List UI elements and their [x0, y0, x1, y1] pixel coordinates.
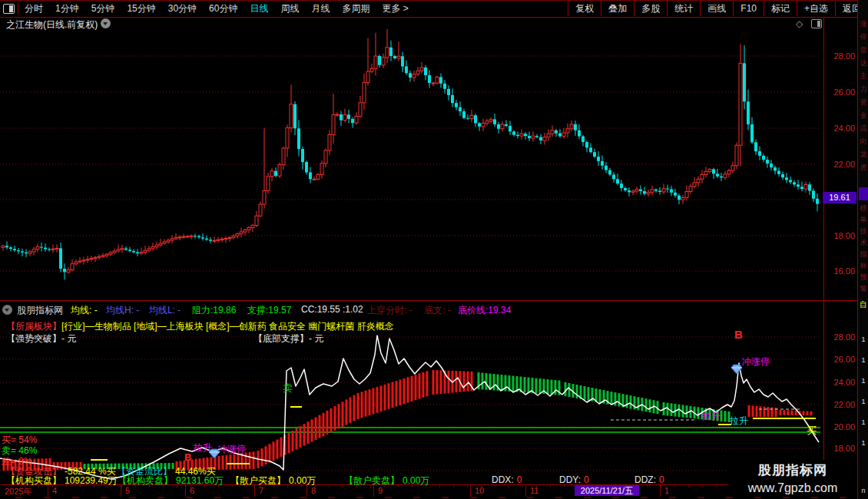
fund-item: 【散户买盘】0.00万 — [230, 474, 316, 487]
sidebar-strip-item: 达 — [860, 59, 867, 67]
board-row: 【所属板块】[行业]—生物制品 [地域]—上海板块 [概念]—创新药 食品安全 … — [6, 320, 394, 333]
sidebar-strip-item: 雷 — [860, 46, 867, 54]
timeline-tick — [470, 485, 471, 497]
clipped-mark — [72, 497, 79, 498]
clipped-mark — [840, 497, 846, 498]
clipped-mark — [44, 497, 51, 498]
fund-label: 【散户买盘】 — [230, 475, 286, 486]
timeline-minor-tick — [343, 485, 343, 487]
sidebar-strip-item: 金 — [860, 111, 867, 119]
timeline-year: 2025年 — [5, 486, 31, 497]
clipped-mark — [101, 497, 108, 498]
fund-value: 0 — [584, 474, 589, 485]
main-axis-label: 22.00 — [827, 160, 855, 169]
fund-value: 109239.49万 — [65, 475, 118, 486]
clipped-mark — [157, 497, 164, 498]
timeline-minor-tick — [467, 485, 468, 487]
sidebar-count: 1 — [860, 356, 867, 364]
fund-value: 0.00万 — [289, 475, 316, 486]
fund-label: DDZ: — [634, 474, 656, 485]
board-text: [行业]—生物制品 [地域]—上海板块 [概念]—创新药 食品安全 幽门螺杆菌 … — [61, 321, 394, 332]
clipped-mark — [754, 497, 761, 498]
last-price-tag: 19.61 — [823, 192, 856, 203]
fund-item: DDZ:0 — [634, 474, 664, 485]
clipped-mark — [612, 497, 619, 498]
main-axis-label: 24.00 — [827, 124, 855, 133]
clipped-mark — [243, 497, 250, 498]
fund-item: 【散户卖盘】0.00万 — [344, 474, 429, 487]
sidebar-strip-item: 榜 — [860, 204, 867, 212]
indicator-axis-label: 22.00 — [827, 400, 855, 409]
indicator-header-item: 均线H: - — [106, 304, 139, 317]
clipped-mark — [697, 497, 704, 498]
main-axis-label: 26.00 — [827, 88, 855, 97]
clipped-mark — [783, 497, 790, 498]
sidebar-strip-item: 预 — [860, 273, 867, 281]
fund-label: 【散户卖盘】 — [344, 475, 399, 486]
main-axis-label: 16.00 — [827, 266, 855, 276]
indicator-axis-label: 24.00 — [827, 378, 855, 387]
timeline-minor-tick — [674, 485, 675, 487]
bottom-support-label: 【底部支撑】- 元 — [253, 332, 323, 345]
diamond-signal-icon — [731, 364, 743, 375]
sidebar-strip-item: 停 — [860, 33, 867, 41]
right-sidebar-strip[interactable]: 涨停雷达主力资金流向龙虎榜单技术指标预警自111111n — [857, 0, 868, 499]
candles — [2, 29, 819, 279]
watermark-url: www.7gpzb.com — [728, 481, 857, 495]
clipped-mark — [726, 497, 733, 498]
indicator-axis-label: 20.00 — [827, 422, 855, 431]
indicator-header-item: 均线: - — [71, 304, 98, 317]
clipped-mark — [271, 497, 278, 498]
fund-label: DDY: — [559, 474, 581, 485]
sidebar-strip-item: 龙 — [860, 150, 867, 158]
timeline-month: 10 — [475, 486, 484, 495]
sidebar-strip-item: 涨 — [860, 20, 867, 28]
timeline-minor-tick — [550, 485, 551, 487]
sidebar-count: 1 — [860, 335, 867, 343]
timeline-date-box: 2025/11/21/五 — [575, 485, 639, 496]
sidebar-bottom-char: n — [860, 487, 867, 494]
clipped-mark — [413, 497, 420, 498]
sidebar-self-select: 自 — [860, 301, 867, 309]
indicator-header-item: CC:19.55 :1.02 — [301, 304, 363, 315]
clipped-mark — [811, 497, 818, 498]
timeline-minor-tick — [495, 485, 495, 487]
sidebar-strip-item: 指 — [860, 250, 867, 258]
clipped-mark — [669, 497, 676, 498]
fund-item: DDX:0 — [492, 474, 522, 485]
indicator-axis-label: 26.00 — [827, 355, 855, 364]
clipped-mark — [385, 497, 392, 498]
signal-marker: 拉升 — [702, 410, 721, 423]
signal-marker: 拉升 — [730, 415, 748, 428]
fund-value: 0 — [659, 474, 664, 485]
support-lines — [0, 428, 820, 432]
sidebar-strip-item: 主 — [860, 72, 867, 80]
clipped-mark — [527, 497, 534, 498]
sidebar-highlight-block — [859, 187, 868, 200]
clipped-mark — [584, 497, 591, 498]
clipped-mark — [470, 497, 477, 498]
indicator-header-item: 阻力:19.86 — [192, 304, 236, 317]
sidebar-strip-item: 单 — [860, 216, 867, 223]
indicator-header-item: 支撑:19.57 — [247, 304, 291, 317]
timeline-minor-tick — [647, 485, 648, 487]
sidebar-strip-item: 资 — [860, 98, 867, 106]
signal-marker: B — [184, 451, 191, 463]
fund-item: 【机构买盘】109239.49万 — [6, 474, 118, 487]
clipped-mark — [641, 497, 648, 498]
fund-label: DDX: — [492, 474, 514, 485]
fund-value: 92131.60万 — [176, 475, 224, 486]
diamond-signal-icon — [208, 448, 220, 459]
signal-marker: 买 — [807, 424, 817, 438]
fund-item: DDY:0 — [559, 474, 589, 485]
signal-marker: 冲涨停 — [218, 443, 246, 456]
sidebar-count: 1 — [860, 398, 867, 405]
main-axis-label: 18.00 — [827, 231, 855, 240]
timeline-minor-tick — [702, 485, 703, 487]
signal-marker: B — [734, 328, 743, 341]
indicator-header-item: 底价线:19.34 — [458, 304, 511, 317]
indicator-header-item: 上穿分时: - — [367, 304, 412, 317]
indicator-axis-label: 28.00 — [827, 332, 855, 342]
clipped-mark — [356, 497, 363, 498]
pane-divider — [0, 300, 868, 301]
